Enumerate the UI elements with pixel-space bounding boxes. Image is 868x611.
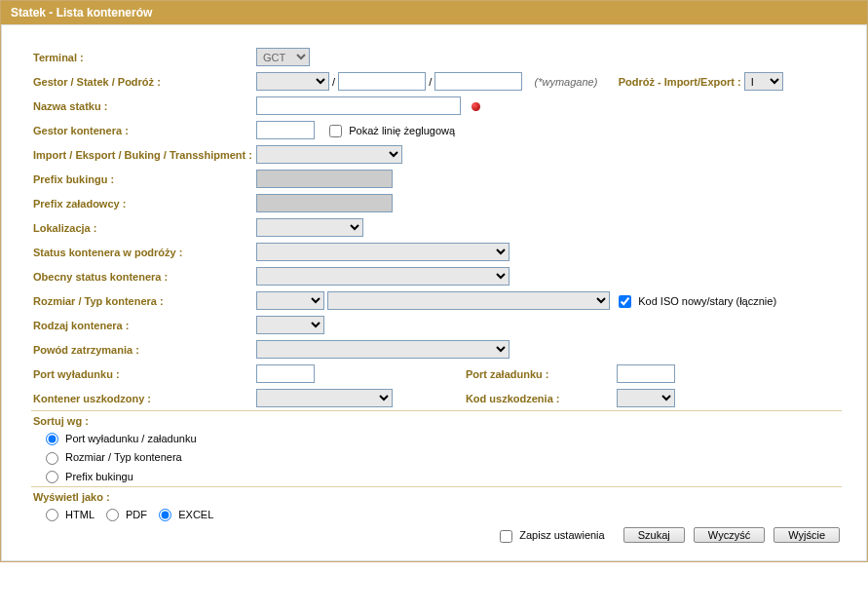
pokaz-linie-checkbox[interactable] xyxy=(329,125,342,137)
label-kod-iso: Kod ISO nowy/stary (łącznie) xyxy=(638,295,776,307)
kontener-uszkodzony-select[interactable] xyxy=(256,389,393,407)
label-kod-uszkodzenia: Kod uszkodzenia : xyxy=(464,386,615,411)
window-title: Statek - Lista kontenerów xyxy=(11,6,152,19)
powod-zatrzymania-select[interactable] xyxy=(256,340,509,359)
sort-rozmiar-radio[interactable] xyxy=(46,452,58,465)
gestor-kontenera-input[interactable] xyxy=(256,121,315,139)
fmt-pdf-radio[interactable] xyxy=(106,509,119,521)
gestor-select[interactable] xyxy=(256,72,329,91)
label-prefix-zaladowcy: Prefix załadowcy : xyxy=(31,191,254,215)
sort-prefix-radio[interactable] xyxy=(46,471,58,483)
label-port-wyladunku: Port wyładunku : xyxy=(31,362,254,386)
rodzaj-kontenera-select[interactable] xyxy=(256,316,324,334)
statek-input[interactable] xyxy=(338,72,426,91)
dialog-window: Statek - Lista kontenerów Terminal : GCT… xyxy=(0,0,868,562)
label-obecny-status: Obecny status kontenera : xyxy=(31,264,254,288)
label-lokalizacja: Lokalizacja : xyxy=(31,215,254,240)
label-prefix-bukingu: Prefix bukingu : xyxy=(31,167,254,191)
obecny-status-select[interactable] xyxy=(256,267,509,286)
label-powod-zatrzymania: Powód zatrzymania : xyxy=(31,337,254,362)
label-gestor-statek: Gestor / Statek / Podróż : xyxy=(31,69,254,94)
label-sort-prefix: Prefix bukingu xyxy=(65,471,133,482)
szukaj-button[interactable]: Szukaj xyxy=(623,527,685,543)
zapisz-ustawienia-checkbox[interactable] xyxy=(500,530,512,543)
title-bar: Statek - Lista kontenerów xyxy=(1,1,867,24)
required-note: (*wymagane) xyxy=(535,76,598,88)
nazwa-statku-input[interactable] xyxy=(256,96,461,115)
label-gestor-kontenera: Gestor kontenera : xyxy=(31,118,254,142)
label-nazwa-statku: Nazwa statku : xyxy=(31,94,254,118)
label-sortuj-wg: Sortuj wg : xyxy=(31,412,842,430)
label-podroz-ie: Podróż - Import/Export : xyxy=(619,76,741,88)
fmt-excel-radio[interactable] xyxy=(159,509,171,521)
form-table: Terminal : GCT Gestor / Statek / Podróż … xyxy=(31,45,842,546)
sort-port-radio[interactable] xyxy=(46,433,58,445)
fmt-html-radio[interactable] xyxy=(46,509,58,521)
label-import-eksport: Import / Eksport / Buking / Transshipmen… xyxy=(31,142,254,167)
wyjscie-button[interactable]: Wyjście xyxy=(774,527,840,543)
form-content: Terminal : GCT Gestor / Statek / Podróż … xyxy=(1,24,867,561)
label-rodzaj-kontenera: Rodzaj kontenera : xyxy=(31,313,254,337)
label-fmt-pdf: PDF xyxy=(126,509,147,520)
label-fmt-excel: EXCEL xyxy=(178,509,213,520)
rozmiar-select[interactable] xyxy=(256,291,324,310)
label-zapisz-ustawienia: Zapisz ustawienia xyxy=(519,529,604,541)
label-sort-port: Port wyładunku / załadunku xyxy=(65,433,197,444)
kod-iso-checkbox[interactable] xyxy=(619,295,631,308)
label-wyswietl-jako: Wyświetl jako : xyxy=(31,488,842,506)
label-kontener-uszkodzony: Kontener uszkodzony : xyxy=(31,386,254,411)
port-wyladunku-input[interactable] xyxy=(256,364,315,383)
prefix-bukingu-input[interactable] xyxy=(256,170,393,188)
zapisz-ustawienia-group: Zapisz ustawienia xyxy=(500,529,608,541)
label-status-podroz: Status kontenera w podróży : xyxy=(31,240,254,264)
prefix-zaladowcy-input[interactable] xyxy=(256,194,393,212)
label-rozmiar-typ: Rozmiar / Typ kontenera : xyxy=(31,288,254,313)
import-eksport-select[interactable] xyxy=(256,145,402,164)
podroz-ie-select[interactable]: I xyxy=(744,72,783,91)
kod-uszkodzenia-select[interactable] xyxy=(617,389,675,407)
typ-select[interactable] xyxy=(327,291,610,310)
label-terminal: Terminal : xyxy=(31,45,254,69)
label-sort-rozmiar: Rozmiar / Typ kontenera xyxy=(65,451,182,463)
status-podroz-select[interactable] xyxy=(256,243,509,261)
port-zaladunku-input[interactable] xyxy=(617,364,675,383)
wyczysc-button[interactable]: Wyczyść xyxy=(694,527,765,543)
label-port-zaladunku: Port załadunku : xyxy=(464,362,615,386)
label-fmt-html: HTML xyxy=(65,509,94,520)
label-pokaz-linie: Pokaż linię żeglugową xyxy=(349,125,455,136)
terminal-select[interactable]: GCT xyxy=(256,48,310,66)
podroz-input[interactable] xyxy=(434,72,522,91)
status-dot-icon xyxy=(472,102,480,111)
lokalizacja-select[interactable] xyxy=(256,218,363,237)
